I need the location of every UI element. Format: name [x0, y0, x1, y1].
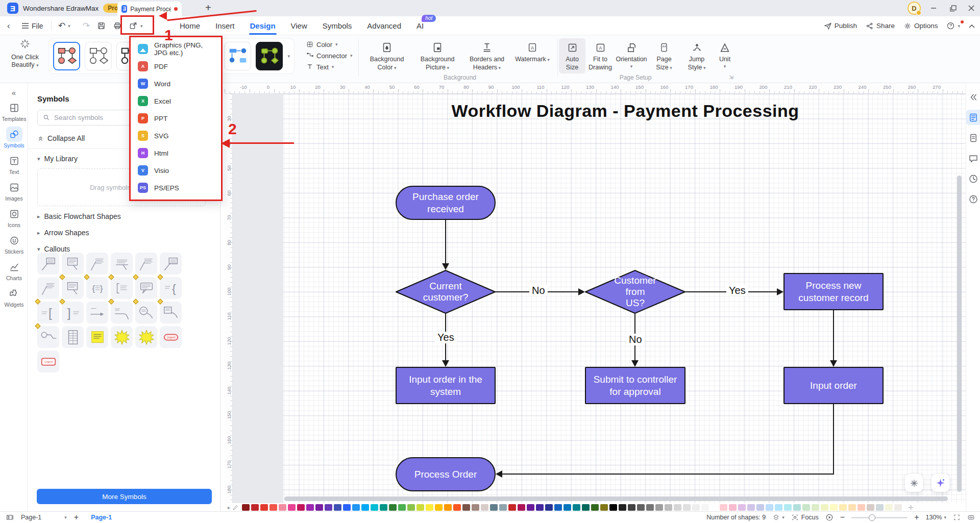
avatar[interactable]: D	[908, 2, 921, 15]
palette-color-chip[interactable]	[894, 504, 902, 511]
auto-size-button[interactable]: Auto Size	[559, 38, 585, 73]
callout-symbol-arrow-line[interactable]	[86, 302, 108, 323]
collapse-all-button[interactable]: Collapse All	[37, 134, 85, 142]
watermark-button[interactable]: A Watermark ▾	[510, 38, 554, 64]
palette-color-chip[interactable]	[315, 504, 323, 511]
export-option-html[interactable]: HHtml	[131, 144, 221, 162]
palette-color-chip[interactable]	[619, 504, 626, 511]
palette-color-chip[interactable]	[701, 504, 709, 511]
callout-symbol-line-text[interactable]	[135, 253, 157, 275]
page-selector[interactable]: Page-1▾	[21, 514, 67, 521]
palette-color-chip[interactable]	[876, 504, 884, 511]
palette-color-chip[interactable]	[775, 504, 782, 511]
palette-color-chip[interactable]	[683, 504, 691, 511]
page-tab-active[interactable]: Page-1	[86, 514, 117, 521]
palette-color-chip[interactable]	[325, 504, 332, 511]
callout-symbol-bracket-big-right[interactable]: ]	[62, 302, 84, 323]
background-color-button[interactable]: Background Color ▾	[365, 38, 409, 71]
palette-color-chip[interactable]	[830, 504, 838, 511]
edge-label-no[interactable]: No	[529, 285, 548, 296]
callout-symbol-urgent-oval[interactable]: Urgent!	[160, 326, 182, 348]
publish-button[interactable]: Publish	[824, 22, 857, 30]
palette-color-chip[interactable]	[380, 504, 387, 511]
sidebar-item-symbols[interactable]: Symbols	[0, 127, 28, 148]
callout-symbol-burst[interactable]	[111, 326, 133, 348]
palette-color-chip[interactable]	[527, 504, 534, 511]
drawing-canvas[interactable]: 3040506070809010011012013014015016017018…	[225, 94, 966, 503]
palette-color-chip[interactable]	[260, 504, 268, 511]
horizontal-scrollbar[interactable]	[284, 496, 948, 501]
palette-color-chip[interactable]	[518, 504, 525, 511]
sidebar-item-text[interactable]: Text	[0, 153, 28, 175]
maximize-button[interactable]	[944, 0, 962, 16]
sidebar-item-stickers[interactable]: Stickers	[0, 233, 28, 255]
callout-symbol-line-text[interactable]	[86, 253, 108, 275]
zoom-in-button[interactable]: +	[914, 513, 919, 522]
palette-color-chip[interactable]	[848, 504, 856, 511]
edge-label-no[interactable]: No	[626, 334, 645, 345]
palette-color-chip[interactable]	[821, 504, 828, 511]
theme-thumbnail[interactable]	[85, 42, 112, 70]
palette-color-chip[interactable]	[499, 504, 507, 511]
palette-color-chip[interactable]	[398, 504, 406, 511]
callout-symbol-circle-elbow[interactable]	[37, 326, 59, 348]
palette-color-chip[interactable]	[426, 504, 433, 511]
right-rail-help[interactable]	[966, 191, 980, 207]
palette-color-chip[interactable]	[490, 504, 498, 511]
right-rail-pages[interactable]	[966, 130, 980, 145]
callout-symbol-line-text[interactable]	[37, 277, 59, 299]
theme-thumbnail[interactable]	[224, 42, 251, 70]
new-tab-button[interactable]: +	[205, 2, 211, 14]
palette-color-chip[interactable]	[784, 504, 792, 511]
menu-design[interactable]: Design	[250, 21, 276, 30]
palette-color-chip[interactable]	[251, 504, 259, 511]
file-menu-button[interactable]: File	[21, 16, 43, 35]
export-option-word[interactable]: WWord	[131, 75, 221, 92]
palette-color-chip[interactable]	[564, 504, 571, 511]
menu-home[interactable]: Home	[180, 21, 200, 30]
presentation-play-button[interactable]	[825, 513, 834, 521]
export-option-graphics-png-jpg-etc[interactable]: Graphics (PNG, JPG etc.)	[131, 40, 221, 58]
vertical-scrollbar[interactable]	[957, 176, 962, 492]
node-customer-from-us[interactable]: Customer from US?	[585, 270, 685, 314]
redo-button[interactable]: ↷	[83, 16, 90, 35]
palette-color-chip[interactable]	[297, 504, 305, 511]
document-tab[interactable]: Ǝ Payment Processi...	[117, 2, 182, 16]
page-setup-expand-button[interactable]: ⇲	[729, 74, 733, 81]
menu-view[interactable]: View	[291, 21, 307, 30]
section-basic-flowchart[interactable]: ▸Basic Flowchart Shapes	[37, 212, 121, 220]
palette-color-chip[interactable]	[279, 504, 286, 511]
callout-symbol-table[interactable]	[62, 326, 84, 348]
zoom-slider-knob[interactable]	[869, 514, 875, 521]
menu-insert[interactable]: Insert	[215, 21, 235, 30]
export-option-pdf[interactable]: APDF	[131, 58, 221, 75]
collapse-ribbon-button[interactable]	[969, 24, 975, 28]
quick-layout-button[interactable]	[905, 474, 923, 492]
palette-expand-icon[interactable]: ▸	[228, 505, 230, 510]
collapse-sidebar-button[interactable]: «	[0, 83, 28, 100]
palette-color-chip[interactable]	[371, 504, 378, 511]
palette-color-chip[interactable]	[857, 504, 865, 511]
sidebar-item-images[interactable]: Images	[0, 180, 28, 202]
borders-headers-button[interactable]: Borders and Headers ▾	[465, 38, 509, 71]
save-button[interactable]	[97, 16, 106, 35]
palette-color-chip[interactable]	[407, 504, 415, 511]
right-rail-comment[interactable]	[966, 151, 980, 166]
palette-color-chip[interactable]	[270, 504, 277, 511]
theme-thumbnail-selected[interactable]	[53, 42, 80, 70]
color-dropdown[interactable]: Color▾	[306, 39, 353, 49]
callout-symbol-box-leader[interactable]	[62, 277, 84, 299]
text-dropdown[interactable]: Text▾	[306, 62, 353, 72]
callout-symbol-brace-pair[interactable]: {}	[86, 277, 108, 299]
section-arrow-shapes[interactable]: ▸Arrow Shapes	[37, 229, 89, 237]
callout-symbol-bend-line[interactable]	[111, 302, 133, 323]
palette-color-chip[interactable]	[692, 504, 700, 511]
help-button[interactable]: ▾	[946, 21, 960, 30]
export-option-ps-eps[interactable]: PSPS/EPS	[131, 179, 221, 196]
palette-color-chip[interactable]	[665, 504, 672, 511]
palette-color-chip[interactable]	[472, 504, 479, 511]
menu-symbols[interactable]: Symbols	[323, 21, 352, 30]
export-option-ppt[interactable]: PPPT	[131, 110, 221, 127]
palette-color-chip[interactable]	[674, 504, 681, 511]
callout-symbol-burst[interactable]	[135, 326, 157, 348]
